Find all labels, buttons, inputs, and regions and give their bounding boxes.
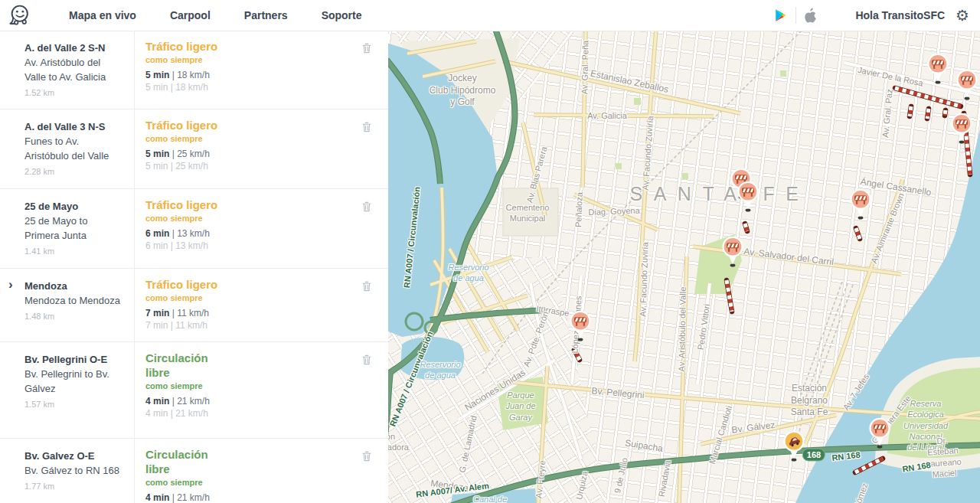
route-distance: 1.57 km [24, 400, 124, 409]
google-play-icon[interactable] [774, 8, 788, 23]
historic-time-speed: 7 min | 11 km/h [145, 320, 237, 332]
current-time-speed: 6 min | 13 km/h [145, 228, 237, 240]
route-info: Bv. Pellegrini O-E Bv. Pellegrini to Bv.… [24, 352, 124, 409]
apple-app-store-icon[interactable] [804, 8, 817, 24]
waze-livemap-app: Mapa en vivo Carpool Partners Soporte Ho [0, 0, 980, 503]
small-park [682, 173, 688, 179]
delete-route-trash-icon[interactable] [362, 354, 371, 368]
route-traffic: Circulaciónlibre como siempre 4 min | 21… [145, 447, 237, 503]
route-description: Bv. Gálvez to RN 168 [24, 463, 124, 478]
traffic-status: Tráfico ligero [145, 198, 237, 212]
traffic-status: Circulaciónlibre [145, 351, 237, 380]
road-closure-marker[interactable] [925, 52, 951, 87]
delete-route-trash-icon[interactable] [362, 122, 371, 136]
historic-time-speed: 5 min | 25 km/h [145, 161, 237, 172]
route-name: A. del Valle 3 N-S [24, 119, 124, 134]
route-row[interactable]: › A. del Valle 2 S-N Av. Aristóbulo del … [0, 31, 388, 109]
route-list: › A. del Valle 2 S-N Av. Aristóbulo del … [0, 31, 388, 503]
traffic-status: Tráfico ligero [145, 39, 237, 54]
route-info: Bv. Galvez O-E Bv. Gálvez to RN 168 1.77… [24, 449, 124, 491]
route-name: 25 de Mayo [24, 199, 124, 214]
current-time-speed: 7 min | 11 km/h [145, 308, 237, 319]
traffic-note: como siempre [145, 478, 237, 487]
traffic-note: como siempre [145, 293, 237, 302]
traffic-status: Tráfico ligero [145, 277, 237, 292]
routes-sidebar: › A. del Valle 2 S-N Av. Aristóbulo del … [0, 31, 388, 503]
delete-route-trash-icon[interactable] [362, 201, 371, 215]
route-description: Mendoza to Mendoza [24, 293, 124, 308]
road-closure-marker[interactable] [949, 112, 975, 147]
nav-item-partners[interactable]: Partners [244, 9, 288, 21]
historic-time-speed: 6 min | 13 km/h [145, 240, 237, 252]
crash-marker[interactable] [781, 430, 807, 465]
live-map[interactable]: Jockey Club Hipódromo y GolfAv. GaliciaE… [388, 31, 980, 503]
route-info: A. del Valle 3 N-S Funes to Av. Aristóbu… [24, 119, 124, 176]
route-row[interactable]: › Mendoza Mendoza to Mendoza 1.48 km Trá… [0, 269, 388, 342]
nav-item-soporte[interactable]: Soporte [322, 9, 362, 21]
traffic-note: como siempre [145, 55, 237, 64]
traffic-status: Circulaciónlibre [145, 447, 237, 476]
current-time-speed: 5 min | 25 km/h [145, 149, 237, 160]
small-park [616, 163, 622, 169]
historic-time-speed: 4 min | 21 km/h [145, 408, 237, 420]
route-name: Mendoza [24, 279, 124, 293]
nav-item-carpool[interactable]: Carpool [170, 9, 211, 21]
delete-route-trash-icon[interactable] [362, 43, 371, 57]
route-traffic: Tráfico ligero como siempre 5 min | 25 k… [145, 118, 237, 172]
route-distance: 1.77 km [24, 482, 124, 491]
nav-right: Hola TransitoSFC ⚙ [766, 7, 969, 24]
road-closure-marker[interactable] [867, 416, 893, 452]
route-info: A. del Valle 2 S-N Av. Aristóbulo del Va… [24, 41, 124, 97]
user-greeting[interactable]: Hola TransitoSFC [855, 9, 945, 21]
delete-route-trash-icon[interactable] [362, 281, 371, 295]
small-park [780, 70, 786, 77]
traffic-status: Tráfico ligero [145, 118, 237, 132]
road-closure-marker[interactable] [735, 180, 761, 215]
traffic-note: como siempre [145, 381, 237, 390]
chevron-right-icon[interactable]: › [8, 277, 13, 292]
route-traffic: Tráfico ligero como siempre 5 min | 18 k… [145, 39, 237, 93]
road-closure-marker[interactable] [567, 309, 593, 345]
road-closure-marker[interactable] [720, 235, 746, 270]
route-distance: 2.28 km [24, 167, 124, 176]
route-row[interactable]: › A. del Valle 3 N-S Funes to Av. Aristó… [0, 109, 388, 189]
delete-route-trash-icon[interactable] [362, 451, 371, 465]
current-time-speed: 5 min | 18 km/h [145, 70, 237, 81]
traffic-note: como siempre [145, 134, 237, 143]
route-name: A. del Valle 2 S-N [24, 41, 124, 55]
top-navigation-bar: Mapa en vivo Carpool Partners Soporte Ho [0, 0, 980, 31]
settings-gear-icon[interactable]: ⚙ [956, 8, 969, 23]
nav-item-mapa-en-vivo[interactable]: Mapa en vivo [69, 9, 136, 21]
route-description: 25 de Mayo to Primera Junta [24, 214, 124, 243]
small-park [634, 98, 641, 105]
traffic-note: como siempre [145, 214, 237, 223]
waze-logo-icon[interactable] [8, 4, 31, 27]
road-closure-marker[interactable] [954, 68, 980, 103]
current-time-speed: 4 min | 21 km/h [145, 396, 237, 407]
route-description: Funes to Av. Aristóbulo del Valle [24, 134, 124, 163]
route-info: Mendoza Mendoza to Mendoza 1.48 km [24, 279, 124, 321]
historic-time-speed: 5 min | 18 km/h [145, 82, 237, 93]
nav-divider [795, 7, 796, 24]
cemetery-area [503, 188, 558, 236]
route-traffic: Circulaciónlibre como siempre 4 min | 21… [145, 351, 237, 420]
route-info: 25 de Mayo 25 de Mayo to Primera Junta 1… [24, 199, 124, 256]
route-name: Bv. Galvez O-E [24, 449, 124, 463]
route-distance: 1.52 km [24, 88, 124, 97]
route-traffic: Tráfico ligero como siempre 6 min | 13 k… [145, 198, 237, 252]
route-row[interactable]: › Bv. Galvez O-E Bv. Gálvez to RN 168 1.… [0, 439, 388, 503]
route-name: Bv. Pellegrini O-E [24, 352, 124, 367]
route-description: Bv. Pellegrini to Bv. Gálvez [24, 367, 124, 396]
route-row[interactable]: › Bv. Pellegrini O-E Bv. Pellegrini to B… [0, 342, 388, 439]
road-closure-marker[interactable] [848, 188, 874, 223]
nav-left: Mapa en vivo Carpool Partners Soporte [0, 4, 379, 27]
current-time-speed: 4 min | 21 km/h [145, 492, 237, 503]
route-row[interactable]: › 25 de Mayo 25 de Mayo to Primera Junta… [0, 189, 388, 269]
route-traffic: Tráfico ligero como siempre 7 min | 11 k… [145, 277, 237, 332]
route-description: Av. Aristóbulo del Valle to Av. Galicia [24, 55, 124, 84]
route-distance: 1.41 km [24, 247, 124, 256]
route-distance: 1.48 km [24, 312, 124, 321]
